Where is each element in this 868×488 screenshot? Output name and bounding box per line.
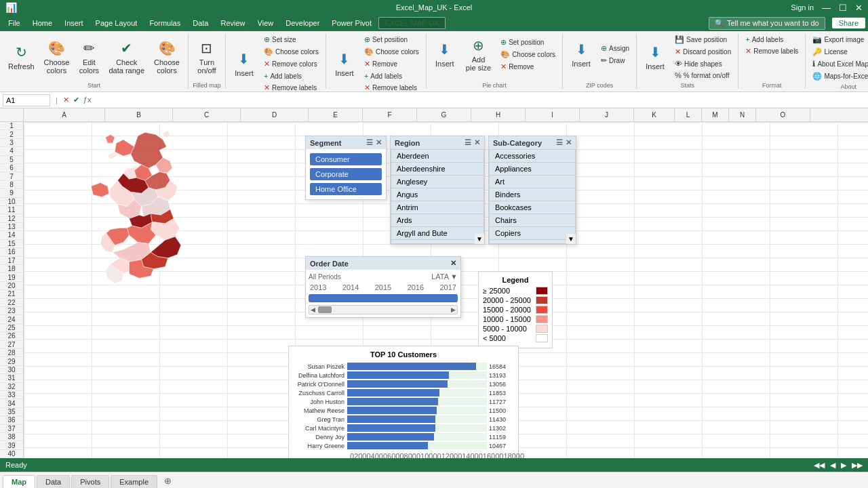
row-19[interactable]: 19 bbox=[0, 273, 23, 281]
row-22[interactable]: 22 bbox=[0, 299, 23, 307]
row-7[interactable]: 7 bbox=[0, 172, 23, 180]
col-header-d[interactable]: D bbox=[241, 108, 309, 121]
row-14[interactable]: 14 bbox=[0, 231, 23, 239]
subcat-envelopes[interactable]: Envelopes bbox=[490, 240, 575, 244]
format-on-off-btn[interactable]: % % format on/off bbox=[672, 70, 734, 81]
subcat-art[interactable]: Art bbox=[490, 176, 575, 188]
turn-on-off-button[interactable]: ⊡ Turn on/off bbox=[193, 37, 221, 78]
scrollbar-thumb[interactable] bbox=[318, 306, 332, 313]
cancel-formula-icon[interactable]: ✕ bbox=[63, 96, 69, 104]
row-20[interactable]: 20 bbox=[0, 282, 23, 290]
row-27[interactable]: 27 bbox=[0, 341, 23, 349]
insert-zip-button[interactable]: ⬇ Insert bbox=[567, 34, 595, 75]
col-header-j[interactable]: J bbox=[580, 108, 634, 121]
menu-developer[interactable]: Developer bbox=[280, 18, 325, 28]
row-31[interactable]: 31 bbox=[0, 374, 23, 382]
region-panel-header[interactable]: Region ☰ ✕ bbox=[391, 136, 484, 149]
insert-col-button[interactable]: ⬇ Insert bbox=[330, 43, 359, 84]
row-1[interactable]: 1 bbox=[0, 122, 23, 130]
check-data-button[interactable]: ✔ Check data range bbox=[104, 37, 149, 78]
set-size-button[interactable]: ⊕ Set size bbox=[261, 34, 321, 45]
insert-function-icon[interactable]: ƒx bbox=[83, 96, 92, 104]
row-8[interactable]: 8 bbox=[0, 181, 23, 189]
col-header-g[interactable]: G bbox=[417, 108, 471, 121]
menu-formulas[interactable]: Formulas bbox=[144, 18, 186, 28]
row-4[interactable]: 4 bbox=[0, 147, 23, 155]
row-9[interactable]: 9 bbox=[0, 189, 23, 197]
about-excel-map-btn[interactable]: ℹ About Excel Map bbox=[810, 58, 868, 70]
row-34[interactable]: 34 bbox=[0, 399, 23, 407]
scroll-last-sheet-icon[interactable]: ▶▶ bbox=[852, 461, 863, 470]
insert-pie-button[interactable]: ⬇ Insert bbox=[431, 34, 459, 75]
close-icon[interactable]: ✕ bbox=[855, 3, 863, 13]
col-header-h[interactable]: H bbox=[471, 108, 526, 121]
row-21[interactable]: 21 bbox=[0, 290, 23, 298]
tab-map[interactable]: Map bbox=[3, 475, 35, 488]
choose-colors-2-button[interactable]: 🎨 Choose colors bbox=[150, 37, 184, 78]
row-17[interactable]: 17 bbox=[0, 257, 23, 265]
choose-colors-button[interactable]: 🎨 Choose colors bbox=[40, 37, 74, 78]
subcategory-panel-header[interactable]: Sub-Category ☰ ✕ bbox=[489, 136, 576, 149]
date-scrollbar[interactable]: ◀ ▶ bbox=[309, 305, 458, 314]
row-18[interactable]: 18 bbox=[0, 265, 23, 273]
save-pos-btn[interactable]: 💾 Save position bbox=[672, 34, 734, 45]
col-header-m[interactable]: M bbox=[702, 108, 729, 121]
subcategory-scroll-down[interactable]: ▼ bbox=[566, 234, 576, 244]
menu-excel-map-uk[interactable]: EXCEL MAP UK bbox=[378, 17, 446, 29]
region-antrim[interactable]: Antrim bbox=[391, 201, 484, 214]
draw-zip-btn[interactable]: ✏ Draw bbox=[598, 55, 632, 66]
scroll-prev-sheet-icon[interactable]: ◀ bbox=[830, 461, 835, 470]
subcat-accessories[interactable]: Accessories bbox=[490, 150, 575, 163]
remove-col-btn[interactable]: ✕ Remove bbox=[361, 58, 422, 70]
add-labels-col-btn[interactable]: + Add labels bbox=[361, 70, 422, 81]
order-date-header[interactable]: Order Date ✕ bbox=[306, 257, 460, 270]
col-header-e[interactable]: E bbox=[309, 108, 363, 121]
row-6[interactable]: 6 bbox=[0, 164, 23, 172]
row-40[interactable]: 40 bbox=[0, 450, 23, 458]
region-scroll-down[interactable]: ▼ bbox=[475, 234, 484, 244]
row-30[interactable]: 30 bbox=[0, 366, 23, 374]
menu-view[interactable]: View bbox=[252, 18, 279, 28]
remove-labels-fmt-btn[interactable]: ✕ Remove labels bbox=[743, 45, 801, 57]
region-aberdeenshire[interactable]: Aberdeenshire bbox=[391, 163, 484, 176]
formula-input[interactable] bbox=[94, 96, 865, 104]
row-10[interactable]: 10 bbox=[0, 198, 23, 206]
menu-file[interactable]: File bbox=[3, 18, 26, 28]
discard-pos-btn[interactable]: ✕ Discard position bbox=[672, 46, 734, 58]
region-aberdeen[interactable]: Aberdeen bbox=[391, 150, 484, 163]
row-28[interactable]: 28 bbox=[0, 349, 23, 357]
share-button[interactable]: Share bbox=[832, 18, 865, 28]
hide-shapes-btn[interactable]: 👁 Hide shapes bbox=[672, 58, 734, 69]
remove-colors-bubble-btn[interactable]: ✕ Remove colors bbox=[261, 58, 321, 70]
remove-labels-bubble-btn[interactable]: ✕ Remove labels bbox=[261, 82, 321, 92]
region-anglesey[interactable]: Anglesey bbox=[391, 176, 484, 188]
scroll-right-icon[interactable]: ▶ bbox=[450, 306, 457, 313]
maps-for-excel-btn[interactable]: 🌐 Maps-for-Excel.com bbox=[810, 70, 868, 82]
row-24[interactable]: 24 bbox=[0, 315, 23, 323]
segment-close-icon[interactable]: ✕ bbox=[376, 138, 382, 147]
row-35[interactable]: 35 bbox=[0, 408, 23, 416]
segment-corporate[interactable]: Corporate bbox=[310, 168, 382, 180]
tab-example[interactable]: Example bbox=[111, 475, 157, 488]
maximize-icon[interactable]: ☐ bbox=[839, 3, 847, 13]
license-btn[interactable]: 🔑 License bbox=[810, 46, 868, 58]
menu-power-pivot[interactable]: Power Pivot bbox=[326, 18, 377, 28]
remove-labels-col-btn[interactable]: ✕ Remove labels bbox=[361, 82, 422, 92]
row-12[interactable]: 12 bbox=[0, 214, 23, 222]
row-3[interactable]: 3 bbox=[0, 139, 23, 147]
row-36[interactable]: 36 bbox=[0, 416, 23, 424]
tab-data[interactable]: Data bbox=[37, 475, 70, 488]
col-header-b[interactable]: B bbox=[105, 108, 173, 121]
name-box[interactable] bbox=[3, 94, 50, 106]
row-37[interactable]: 37 bbox=[0, 425, 23, 433]
order-date-format-dropdown[interactable]: ▼ bbox=[450, 272, 458, 281]
row-26[interactable]: 26 bbox=[0, 332, 23, 340]
row-16[interactable]: 16 bbox=[0, 248, 23, 256]
set-pos-pie-btn[interactable]: ⊕ Set position bbox=[498, 37, 558, 48]
minimize-icon[interactable]: — bbox=[822, 3, 831, 13]
segment-filter-icon[interactable]: ☰ bbox=[366, 138, 373, 147]
row-2[interactable]: 2 bbox=[0, 130, 23, 138]
region-argyll-bute[interactable]: Argyll and Bute bbox=[391, 227, 484, 240]
row-33[interactable]: 33 bbox=[0, 391, 23, 399]
refresh-button[interactable]: ↻ Refresh bbox=[4, 37, 39, 78]
